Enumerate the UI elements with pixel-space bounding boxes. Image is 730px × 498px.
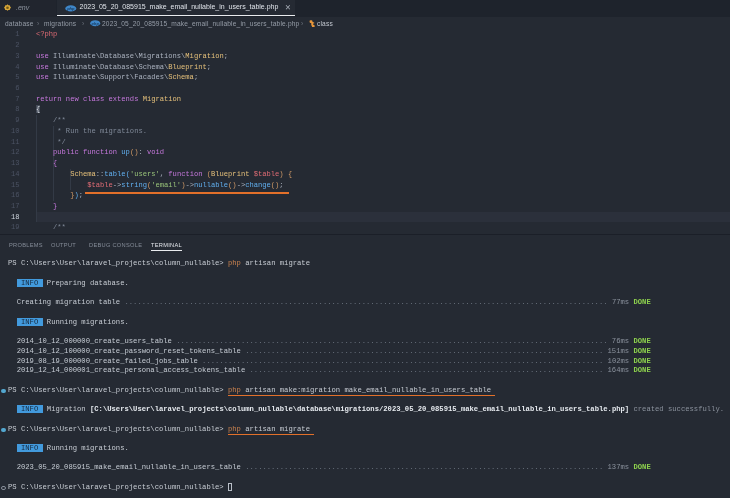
svg-text:php: php bbox=[66, 6, 75, 11]
svg-text:php: php bbox=[90, 22, 99, 26]
